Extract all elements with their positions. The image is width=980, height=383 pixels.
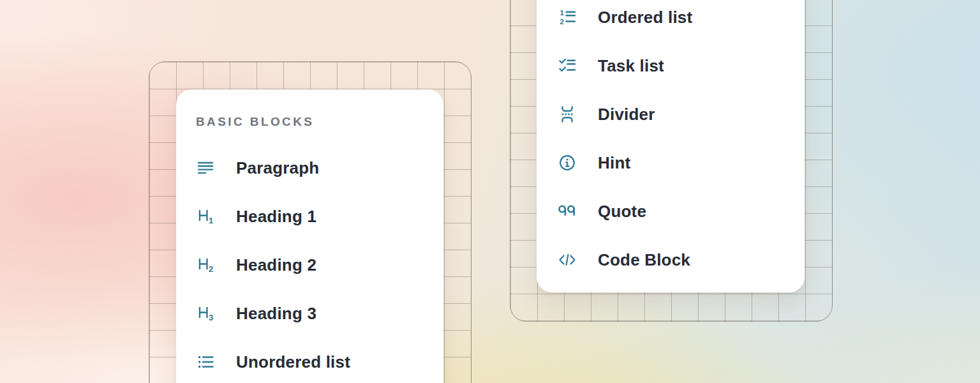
basic-blocks-list: Paragraph1Heading 12Heading 23Heading 3U… xyxy=(196,144,443,383)
menu-item-label: Code Block xyxy=(598,250,690,270)
heading-1-icon: 1 xyxy=(196,207,215,226)
menu-item-label: Heading 1 xyxy=(236,207,316,227)
menu-item-unordered-list[interactable]: Unordered list xyxy=(196,338,443,383)
menu-item-heading-1[interactable]: 1Heading 1 xyxy=(196,192,443,241)
menu-item-label: Task list xyxy=(598,56,664,76)
menu-item-label: Divider xyxy=(598,105,655,124)
menu-item-heading-2[interactable]: 2Heading 2 xyxy=(196,241,443,289)
more-blocks-list: 12Ordered listTask listDividerHintQuoteC… xyxy=(558,0,805,284)
block-menu-illustration: BASIC BLOCKS Paragraph1Heading 12Heading… xyxy=(0,0,980,383)
more-blocks-card: 12Ordered listTask listDividerHintQuoteC… xyxy=(537,0,805,292)
menu-item-hint[interactable]: Hint xyxy=(558,139,805,187)
code-block-icon xyxy=(558,250,577,269)
svg-text:1: 1 xyxy=(560,9,565,17)
svg-text:1: 1 xyxy=(209,216,213,225)
svg-text:2: 2 xyxy=(560,18,564,26)
menu-item-quote[interactable]: Quote xyxy=(558,187,805,236)
menu-item-divider[interactable]: Divider xyxy=(558,90,805,139)
menu-item-heading-3[interactable]: 3Heading 3 xyxy=(196,289,443,338)
svg-text:3: 3 xyxy=(209,313,213,322)
heading-3-icon: 3 xyxy=(196,304,215,323)
menu-item-paragraph[interactable]: Paragraph xyxy=(196,144,443,192)
menu-item-ordered-list[interactable]: 12Ordered list xyxy=(558,0,805,41)
menu-item-task-list[interactable]: Task list xyxy=(558,41,805,90)
section-label: BASIC BLOCKS xyxy=(196,115,443,129)
hint-icon xyxy=(558,153,577,172)
menu-item-code-block[interactable]: Code Block xyxy=(558,236,805,284)
ordered-list-icon: 12 xyxy=(558,8,577,27)
quote-icon xyxy=(558,202,577,221)
menu-item-label: Heading 2 xyxy=(236,255,316,275)
paragraph-icon xyxy=(196,158,215,177)
menu-item-label: Ordered list xyxy=(598,8,692,27)
menu-item-label: Quote xyxy=(598,202,646,222)
menu-item-label: Unordered list xyxy=(236,352,350,372)
heading-2-icon: 2 xyxy=(196,255,215,274)
svg-text:2: 2 xyxy=(209,264,213,274)
menu-item-label: Paragraph xyxy=(236,158,319,178)
menu-item-label: Hint xyxy=(598,153,630,173)
menu-item-label: Heading 3 xyxy=(236,304,316,324)
task-list-icon xyxy=(558,56,577,75)
basic-blocks-card: BASIC BLOCKS Paragraph1Heading 12Heading… xyxy=(176,89,443,383)
divider-icon xyxy=(558,105,577,124)
unordered-list-icon xyxy=(196,352,215,372)
